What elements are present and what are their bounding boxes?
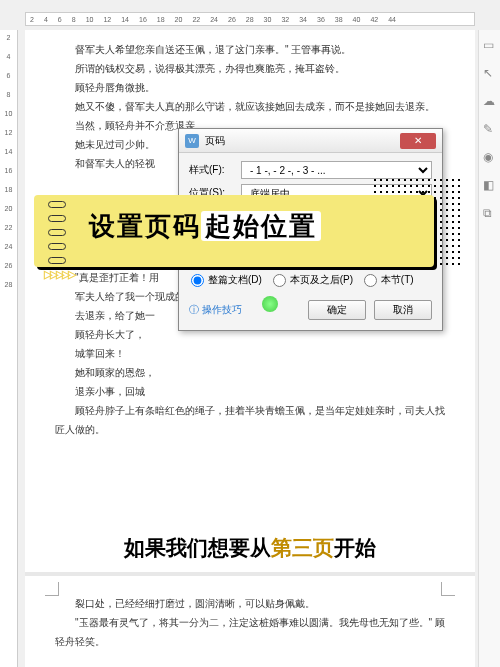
tutorial-banner: 设置页码起始位置 ▷▷▷▷▷ (34, 195, 434, 267)
tutorial-caption: 如果我们想要从第三页开始 (0, 534, 500, 562)
chevron-icon: ▷▷▷▷▷ (44, 268, 74, 281)
style-label: 样式(F): (189, 163, 237, 177)
doc-line: 城掌回来！ (55, 344, 445, 363)
doc-line: 顾轻舟脖子上有条暗红色的绳子，挂着半块青蟾玉佩，是当年定娃娃亲时，司夫人找匠人做… (55, 401, 445, 439)
scope-section-radio[interactable] (364, 274, 377, 287)
vertical-ruler: 246810121416182022242628 (0, 30, 18, 667)
shape-icon[interactable]: ◧ (483, 178, 497, 192)
cloud-icon[interactable]: ☁ (483, 94, 497, 108)
doc-line: 她和顾家的恩怨， (55, 363, 445, 382)
close-button[interactable]: ✕ (400, 133, 436, 149)
doc-line: 顾轻舟唇角微挑。 (55, 78, 445, 97)
banner-title: 设置页码起始位置 (89, 209, 321, 244)
pen-icon[interactable]: ✎ (483, 122, 497, 136)
info-icon: ⓘ (189, 303, 199, 317)
cursor-icon[interactable]: ↖ (483, 66, 497, 80)
scope-after-radio[interactable] (273, 274, 286, 287)
cancel-button[interactable]: 取消 (374, 300, 432, 320)
right-toolbar: ▭ ↖ ☁ ✎ ◉ ◧ ⧉ (478, 30, 500, 667)
cursor-highlight (262, 296, 278, 312)
horizontal-ruler: 2468101214161820222426283032343638404244 (25, 12, 475, 26)
dialog-title: 页码 (205, 134, 400, 148)
corner-mark (441, 582, 455, 596)
doc-line: "玉器最有灵气了，将其一分为二，注定这桩婚事难以圆满。我先母也无知了些。" 顾轻… (55, 613, 445, 651)
doc-line: 督军夫人希望您亲自送还玉佩，退了这门亲事。" 王管事再说。 (55, 40, 445, 59)
spiral-rings (48, 201, 66, 264)
doc-line: 她又不傻，督军夫人真的那么守诺，就应该接她回去成亲，而不是接她回去退亲。 (55, 97, 445, 116)
dialog-titlebar[interactable]: W 页码 ✕ (179, 129, 442, 153)
dropper-icon[interactable]: ◉ (483, 150, 497, 164)
tips-link[interactable]: ⓘ操作技巧 (189, 303, 300, 317)
document-page-2: 裂口处，已经经细打磨过，圆润清晰，可以贴身佩戴。"玉器最有灵气了，将其一分为二，… (25, 572, 475, 667)
doc-line: 退亲小事，回城 (55, 382, 445, 401)
doc-line: 所谓的钱权交易，说得极其漂亮，办得也爽脆亮，掩耳盗铃。 (55, 59, 445, 78)
corner-mark (45, 582, 59, 596)
scope-all-radio[interactable] (191, 274, 204, 287)
select-icon[interactable]: ▭ (483, 38, 497, 52)
clip-icon[interactable]: ⧉ (483, 206, 497, 220)
ok-button[interactable]: 确定 (308, 300, 366, 320)
app-icon: W (185, 134, 199, 148)
doc-line: 裂口处，已经经细打磨过，圆润清晰，可以贴身佩戴。 (55, 594, 445, 613)
